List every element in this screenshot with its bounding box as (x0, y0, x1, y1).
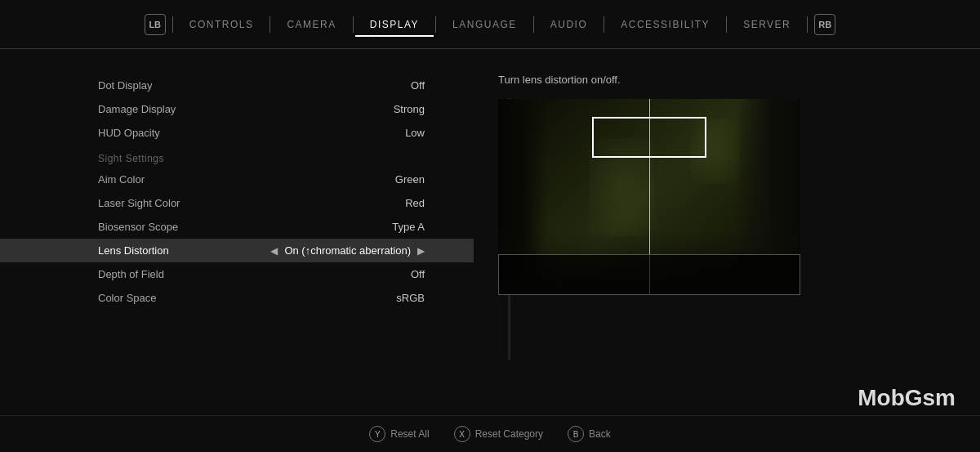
nav-item-controls[interactable]: CONTROLS (175, 12, 269, 37)
settings-item-biosensor-scope[interactable]: Biosensor Scope Type A (0, 215, 474, 239)
nav-item-accessibility[interactable]: ACCESSIBILITY (606, 12, 724, 37)
settings-item-laser-sight-color[interactable]: Laser Sight Color Red (0, 191, 474, 215)
settings-item-aim-color[interactable]: Aim Color Green (0, 168, 474, 191)
aim-color-value: Green (395, 173, 425, 186)
back-action[interactable]: B Back (568, 426, 611, 442)
nav-separator (435, 16, 436, 33)
color-space-label: Color Space (98, 292, 396, 304)
x-button: X (454, 426, 470, 442)
settings-item-lens-distortion[interactable]: Lens Distortion ◀ On (↑chromatic aberrat… (0, 239, 474, 262)
reset-all-action[interactable]: Y Reset All (369, 426, 429, 442)
depth-of-field-label: Depth of Field (98, 268, 411, 280)
aim-color-label: Aim Color (98, 173, 395, 186)
nav-separator (604, 16, 604, 33)
arrow-right-icon[interactable]: ▶ (417, 245, 425, 257)
biosensor-scope-label: Biosensor Scope (98, 221, 392, 233)
bottom-bar: Y Reset All X Reset Category B Back (0, 415, 980, 452)
preview-description: Turn lens distortion on/off. (498, 74, 621, 86)
reset-category-label: Reset Category (475, 428, 543, 440)
nav-separator (353, 16, 354, 33)
settings-item-hud-opacity[interactable]: HUD Opacity Low (0, 121, 474, 145)
nav-item-audio[interactable]: AUDIO (536, 12, 603, 37)
hud-opacity-label: HUD Opacity (98, 127, 405, 139)
watermark: MobGsm (858, 385, 956, 411)
preview-bar-bottom (498, 254, 800, 295)
lens-distortion-value: ◀ On (↑chromatic aberration) ▶ (270, 244, 425, 257)
settings-item-depth-of-field[interactable]: Depth of Field Off (0, 262, 474, 286)
settings-item-damage-display[interactable]: Damage Display Strong (0, 97, 474, 121)
color-space-value: sRGB (396, 292, 425, 304)
b-button: B (568, 426, 584, 442)
preview-panel: Turn lens distortion on/off. (474, 65, 980, 415)
dot-display-value: Off (411, 79, 425, 92)
biosensor-scope-value: Type A (392, 221, 425, 233)
laser-sight-color-value: Red (405, 197, 425, 209)
damage-display-label: Damage Display (98, 103, 394, 115)
depth-of-field-value: Off (411, 268, 425, 280)
laser-sight-color-label: Laser Sight Color (98, 197, 405, 209)
reset-category-action[interactable]: X Reset Category (454, 426, 543, 442)
settings-item-dot-display[interactable]: Dot Display Off (0, 74, 474, 97)
nav-item-display[interactable]: DISPLAY (355, 12, 434, 37)
lens-distortion-label: Lens Distortion (98, 244, 270, 257)
nav-separator (726, 16, 727, 33)
settings-item-color-space[interactable]: Color Space sRGB (0, 286, 474, 310)
preview-container (498, 99, 800, 295)
dot-display-label: Dot Display (98, 79, 411, 92)
rb-button[interactable]: RB (814, 14, 835, 35)
hud-opacity-value: Low (405, 127, 425, 139)
nav-item-camera[interactable]: CAMERA (272, 12, 350, 37)
back-label: Back (589, 428, 611, 440)
arrow-left-icon[interactable]: ◀ (270, 245, 278, 257)
nav-item-server[interactable]: SERVER (728, 12, 805, 37)
nav-separator (533, 16, 534, 33)
settings-panel: Dot Display Off Damage Display Strong HU… (0, 65, 474, 415)
top-navigation: LB CONTROLS CAMERA DISPLAY LANGUAGE AUDI… (0, 0, 980, 49)
nav-item-language[interactable]: LANGUAGE (438, 12, 532, 37)
sight-settings-header: Sight Settings (0, 145, 474, 168)
nav-separator (270, 16, 270, 33)
main-content: Dot Display Off Damage Display Strong HU… (0, 49, 980, 415)
damage-display-value: Strong (394, 103, 425, 115)
lb-button[interactable]: LB (145, 14, 166, 35)
nav-separator (807, 16, 808, 33)
nav-separator (172, 16, 173, 33)
reset-all-label: Reset All (390, 428, 429, 440)
y-button: Y (369, 426, 385, 442)
settings-list: Dot Display Off Damage Display Strong HU… (0, 74, 474, 310)
